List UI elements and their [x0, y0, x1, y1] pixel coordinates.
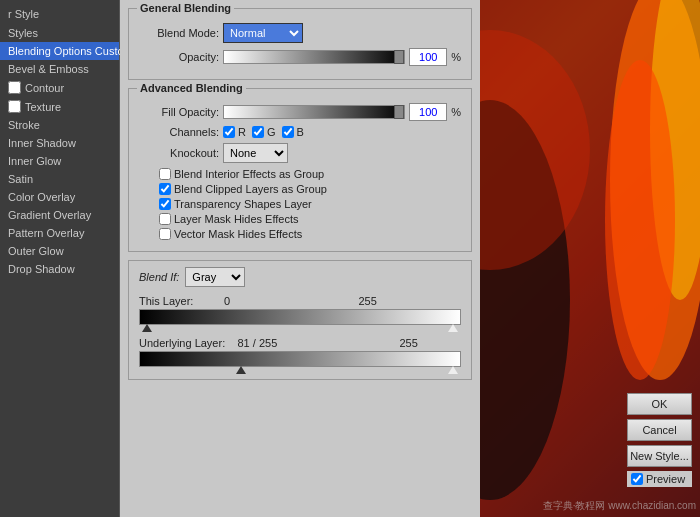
svg-point-5 — [605, 60, 675, 380]
sidebar-item-bevel-emboss[interactable]: Bevel & Emboss — [0, 60, 119, 78]
blend-mode-select[interactable]: Normal Multiply Screen Overlay — [223, 23, 303, 43]
underlying-layer-separator: / — [253, 337, 256, 349]
sidebar-item-inner-glow[interactable]: Inner Glow — [0, 152, 119, 170]
opacity-slider-container — [223, 50, 405, 64]
adv-input-blend-clipped[interactable] — [159, 183, 171, 195]
channel-g-checkbox[interactable]: G — [252, 126, 276, 138]
underlying-layer-gradient — [139, 351, 461, 367]
adv-label-blend-interior: Blend Interior Effects as Group — [174, 168, 324, 180]
sidebar-item-inner-shadow[interactable]: Inner Shadow — [0, 134, 119, 152]
opacity-slider[interactable] — [223, 50, 405, 64]
channel-b-input[interactable] — [282, 126, 294, 138]
channel-r-checkbox[interactable]: R — [223, 126, 246, 138]
channel-b-checkbox[interactable]: B — [282, 126, 304, 138]
sidebar-item-drop-shadow[interactable]: Drop Shadow — [0, 260, 119, 278]
opacity-input[interactable] — [409, 48, 447, 66]
right-panel: General Blending Blend Mode: Normal Mult… — [120, 0, 480, 517]
bottom-buttons: OK Cancel New Style... Preview — [627, 393, 692, 487]
underlying-layer-mid-val: 255 — [259, 337, 277, 349]
sidebar-item-satin[interactable]: Satin — [0, 170, 119, 188]
opacity-row: Opacity: % — [139, 48, 461, 66]
fill-opacity-slider[interactable] — [223, 105, 405, 119]
opacity-label: Opacity: — [139, 51, 219, 63]
sidebar-label-texture: Texture — [25, 101, 61, 113]
knockout-select[interactable]: None Shallow Deep — [223, 143, 288, 163]
watermark: 查字典·教程网 www.chazidian.com — [543, 499, 696, 513]
adv-checkbox-layer-mask-hides[interactable]: Layer Mask Hides Effects — [159, 213, 461, 225]
blend-if-section: Blend If: Gray Red Green Blue This Layer… — [128, 260, 472, 380]
sidebar-checkbox-contour[interactable] — [8, 81, 21, 94]
channels-label: Channels: — [139, 126, 219, 138]
underlying-layer-right-arrow[interactable] — [448, 366, 458, 374]
sidebar-item-outer-glow[interactable]: Outer Glow — [0, 242, 119, 260]
sidebar-label-styles: Styles — [8, 27, 38, 39]
advanced-blending-section: Advanced Blending Fill Opacity: % Channe… — [128, 88, 472, 252]
general-blending-title: General Blending — [137, 2, 234, 14]
checkbox-group: Blend Interior Effects as GroupBlend Cli… — [139, 168, 461, 240]
channel-b-label: B — [297, 126, 304, 138]
channels-row: Channels: R G B — [139, 126, 461, 138]
sidebar-label-outer-glow: Outer Glow — [8, 245, 64, 257]
left-panel: r Style StylesBlending Options CustomBev… — [0, 0, 120, 517]
channel-r-input[interactable] — [223, 126, 235, 138]
underlying-layer-right-val: 255 — [400, 337, 418, 349]
adv-checkbox-blend-clipped[interactable]: Blend Clipped Layers as Group — [159, 183, 461, 195]
adv-label-layer-mask-hides: Layer Mask Hides Effects — [174, 213, 299, 225]
sidebar-label-bevel-emboss: Bevel & Emboss — [8, 63, 89, 75]
underlying-layer-left-arrow[interactable] — [236, 366, 246, 374]
sidebar-item-color-overlay[interactable]: Color Overlay — [0, 188, 119, 206]
channel-g-input[interactable] — [252, 126, 264, 138]
this-layer-left-val: 0 — [224, 295, 230, 307]
sidebar-item-styles[interactable]: Styles — [0, 24, 119, 42]
this-layer-right-val: 255 — [358, 295, 376, 307]
adv-checkbox-blend-interior[interactable]: Blend Interior Effects as Group — [159, 168, 461, 180]
adv-checkbox-vector-mask-hides[interactable]: Vector Mask Hides Effects — [159, 228, 461, 240]
adv-label-vector-mask-hides: Vector Mask Hides Effects — [174, 228, 302, 240]
sidebar-item-gradient-overlay[interactable]: Gradient Overlay — [0, 206, 119, 224]
channels-checkboxes: R G B — [223, 126, 304, 138]
underlying-layer-label: Underlying Layer: 81 / 255 255 — [139, 337, 461, 349]
sidebar-checkbox-texture[interactable] — [8, 100, 21, 113]
opacity-percent: % — [451, 51, 461, 63]
blend-if-select[interactable]: Gray Red Green Blue — [185, 267, 245, 287]
underlying-layer-section: Underlying Layer: 81 / 255 255 — [139, 337, 461, 367]
fill-opacity-percent: % — [451, 106, 461, 118]
new-style-button[interactable]: New Style... — [627, 445, 692, 467]
this-layer-right-arrow[interactable] — [448, 324, 458, 332]
this-layer-left-arrow[interactable] — [142, 324, 152, 332]
sidebar-label-inner-glow: Inner Glow — [8, 155, 61, 167]
this-layer-label-text: This Layer: — [139, 295, 193, 307]
adv-input-vector-mask-hides[interactable] — [159, 228, 171, 240]
preview-checkbox-label[interactable]: Preview — [627, 471, 692, 487]
fill-opacity-input[interactable] — [409, 103, 447, 121]
adv-input-blend-interior[interactable] — [159, 168, 171, 180]
blend-if-label: Blend If: — [139, 271, 179, 283]
ok-button[interactable]: OK — [627, 393, 692, 415]
adv-input-transparency-shapes[interactable] — [159, 198, 171, 210]
sidebar-item-stroke[interactable]: Stroke — [0, 116, 119, 134]
preview-checkbox[interactable] — [631, 473, 643, 485]
sidebar-label-color-overlay: Color Overlay — [8, 191, 75, 203]
this-layer-slider-wrapper — [139, 309, 461, 325]
this-layer-section: This Layer: 0 255 — [139, 295, 461, 325]
underlying-layer-slider-wrapper — [139, 351, 461, 367]
sidebar-item-pattern-overlay[interactable]: Pattern Overlay — [0, 224, 119, 242]
adv-input-layer-mask-hides[interactable] — [159, 213, 171, 225]
underlying-layer-label-text: Underlying Layer: — [139, 337, 225, 349]
sidebar-label-stroke: Stroke — [8, 119, 40, 131]
sidebar-label-pattern-overlay: Pattern Overlay — [8, 227, 84, 239]
sidebar-item-texture[interactable]: Texture — [0, 97, 119, 116]
sidebar-label-gradient-overlay: Gradient Overlay — [8, 209, 91, 221]
style-list: StylesBlending Options CustomBevel & Emb… — [0, 24, 119, 278]
underlying-layer-left-val: 81 — [237, 337, 249, 349]
sidebar-item-contour[interactable]: Contour — [0, 78, 119, 97]
channel-g-label: G — [267, 126, 276, 138]
advanced-blending-title: Advanced Blending — [137, 82, 246, 94]
sidebar-item-blending-options[interactable]: Blending Options Custom — [0, 42, 119, 60]
adv-checkbox-transparency-shapes[interactable]: Transparency Shapes Layer — [159, 198, 461, 210]
knockout-row: Knockout: None Shallow Deep — [139, 143, 461, 163]
preview-label: Preview — [646, 473, 685, 485]
knockout-label: Knockout: — [139, 147, 219, 159]
sidebar-label-satin: Satin — [8, 173, 33, 185]
cancel-button[interactable]: Cancel — [627, 419, 692, 441]
